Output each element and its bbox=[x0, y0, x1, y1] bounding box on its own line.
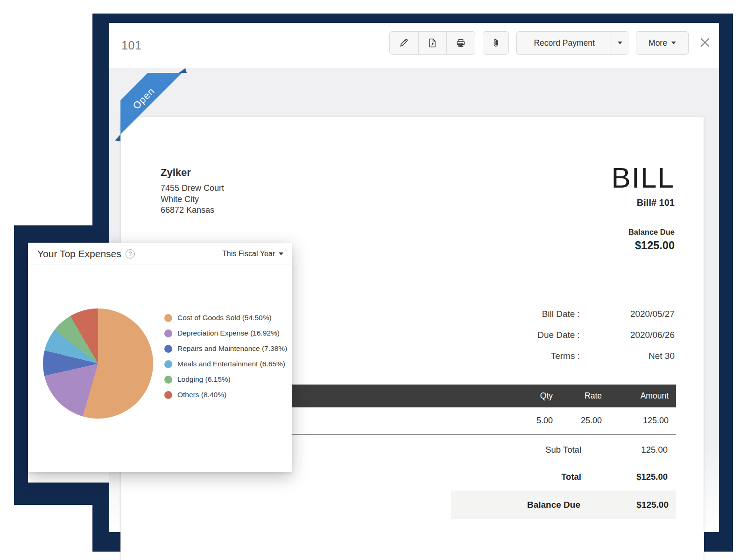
pdf-file-icon bbox=[427, 37, 438, 49]
bill-number: Bill# 101 bbox=[611, 197, 675, 208]
document-number: 101 bbox=[121, 23, 141, 68]
marketing-composition: 101 bbox=[0, 0, 747, 560]
due-date-value: 2020/06/26 bbox=[630, 330, 675, 340]
legend-swatch bbox=[164, 391, 172, 399]
top-expenses-header: Your Top Expenses ? This Fiscal Year bbox=[28, 243, 292, 265]
legend-swatch bbox=[164, 314, 172, 322]
document-type-title: BILL bbox=[611, 162, 675, 194]
qty-column-header: Qty bbox=[506, 391, 553, 401]
paperclip-icon bbox=[490, 37, 501, 49]
legend-item: Lodging (6.15%) bbox=[164, 375, 287, 384]
legend-label: Meals and Entertainment (6.65%) bbox=[177, 360, 285, 368]
legend-item: Depreciation Expense (16.92%) bbox=[164, 329, 287, 337]
total-value: $125.00 bbox=[636, 472, 668, 482]
help-icon[interactable]: ? bbox=[126, 249, 135, 259]
toolbar: 101 bbox=[109, 23, 719, 68]
more-button-label: More bbox=[648, 38, 667, 48]
legend-swatch bbox=[164, 376, 172, 384]
balance-due-row: Balance Due $125.00 bbox=[451, 490, 676, 519]
balance-due-row-value: $125.00 bbox=[636, 500, 669, 510]
legend-swatch bbox=[164, 360, 172, 368]
due-date-label: Due Date : bbox=[537, 330, 580, 340]
record-payment-split-button: Record Payment bbox=[516, 31, 628, 55]
chevron-down-icon bbox=[618, 42, 622, 44]
amount-column-header: Amount bbox=[602, 391, 669, 401]
legend-label: Lodging (6.15%) bbox=[177, 375, 231, 384]
export-pdf-button[interactable] bbox=[418, 32, 447, 54]
close-button[interactable] bbox=[696, 33, 714, 52]
balance-due-amount: $125.00 bbox=[611, 239, 675, 252]
bill-date-label: Bill Date : bbox=[542, 309, 580, 319]
qty-cell: 5.00 bbox=[506, 416, 553, 426]
vendor-address-line: 7455 Drew Court bbox=[161, 183, 224, 194]
print-button[interactable] bbox=[446, 32, 475, 54]
period-dropdown-label: This Fiscal Year bbox=[222, 250, 275, 258]
printer-icon bbox=[455, 37, 466, 49]
legend-swatch bbox=[164, 329, 172, 337]
action-button-group bbox=[389, 31, 475, 55]
legend-item: Meals and Entertainment (6.65%) bbox=[164, 360, 287, 368]
top-expenses-title: Your Top Expenses bbox=[37, 248, 121, 259]
record-payment-dropdown[interactable] bbox=[612, 32, 628, 54]
bill-heading-block: BILL Bill# 101 Balance Due $125.00 bbox=[611, 162, 675, 252]
pencil-icon bbox=[398, 37, 409, 49]
amount-cell: 125.00 bbox=[602, 416, 669, 426]
legend-label: Repairs and Maintenance (7.38%) bbox=[177, 344, 287, 353]
terms-value: Net 30 bbox=[648, 351, 675, 361]
edit-button[interactable] bbox=[390, 32, 418, 54]
balance-due-row-label: Balance Due bbox=[527, 500, 580, 510]
bill-date-value: 2020/05/27 bbox=[630, 309, 675, 319]
more-button[interactable]: More bbox=[636, 31, 689, 55]
vendor-name: Zylker bbox=[161, 167, 224, 179]
legend-item: Others (8.40%) bbox=[164, 391, 287, 399]
top-expenses-card: Your Top Expenses ? This Fiscal Year Cos… bbox=[28, 243, 292, 472]
legend-label: Depreciation Expense (16.92%) bbox=[177, 329, 280, 337]
legend-label: Others (8.40%) bbox=[177, 391, 226, 399]
vendor-address-line: 66872 Kansas bbox=[161, 205, 224, 216]
rate-cell: 25.00 bbox=[553, 416, 602, 426]
vendor-address-line: White City bbox=[161, 194, 224, 205]
total-row: Total $125.00 bbox=[121, 472, 704, 484]
legend-item: Cost of Goods Sold (54.50%) bbox=[164, 314, 287, 322]
legend-item: Repairs and Maintenance (7.38%) bbox=[164, 344, 287, 353]
expenses-pie-chart[interactable] bbox=[43, 308, 153, 419]
rate-column-header: Rate bbox=[553, 391, 602, 401]
close-icon bbox=[699, 36, 711, 49]
legend-swatch bbox=[164, 345, 172, 353]
subtotal-label: Sub Total bbox=[545, 445, 581, 455]
period-dropdown[interactable]: This Fiscal Year bbox=[222, 243, 283, 265]
record-payment-button[interactable]: Record Payment bbox=[517, 32, 612, 54]
vendor-address-block: Zylker 7455 Drew Court White City 66872 … bbox=[161, 167, 224, 216]
chevron-down-icon bbox=[671, 42, 676, 44]
balance-due-label: Balance Due bbox=[611, 228, 675, 237]
subtotal-value: 125.00 bbox=[641, 445, 668, 455]
chevron-down-icon bbox=[279, 252, 283, 255]
expenses-legend: Cost of Goods Sold (54.50%)Depreciation … bbox=[164, 314, 287, 406]
total-label: Total bbox=[561, 472, 581, 482]
attachments-button[interactable] bbox=[483, 31, 509, 55]
terms-label: Terms : bbox=[551, 351, 580, 361]
legend-label: Cost of Goods Sold (54.50%) bbox=[177, 314, 272, 322]
